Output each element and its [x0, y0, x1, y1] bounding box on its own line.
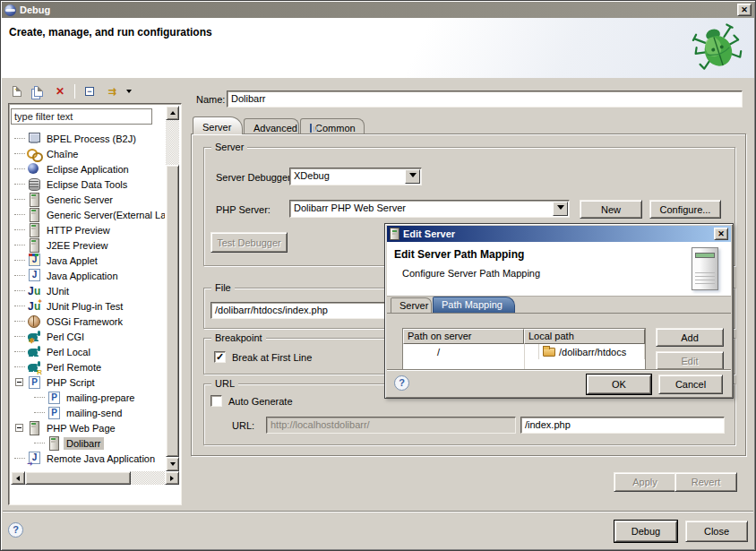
server-icon — [27, 193, 41, 206]
tree-item-label: Generic Server — [44, 194, 116, 206]
filter-icon: ⇉ — [107, 86, 114, 98]
tree-connector — [14, 260, 25, 261]
column-header-path-on-server[interactable]: Path on server — [403, 329, 524, 344]
tree-item-label: Dolibarr — [64, 437, 104, 450]
edit-server-close-button[interactable]: ✕ — [714, 228, 728, 240]
dialog-help-button[interactable]: ? — [394, 375, 409, 391]
new-configuration-icon: ✦ — [13, 86, 21, 97]
php-server-dropdown[interactable]: Dolibarr PHP Web Server — [289, 200, 570, 218]
filter-menu-button[interactable] — [124, 83, 134, 99]
url-path-input[interactable]: /index.php — [520, 417, 725, 434]
delete-configuration-button[interactable]: ✕ — [51, 83, 69, 99]
tree-item-perl-local[interactable]: Perl Local — [11, 344, 165, 359]
scroll-left-button[interactable] — [11, 471, 25, 485]
tree-item-generic-server-external-la[interactable]: Generic Server(External La — [11, 207, 165, 222]
tree-item-label: Eclipse Data Tools — [44, 178, 130, 191]
duplicate-configuration-button[interactable] — [30, 83, 47, 99]
dropdown-arrow-icon[interactable] — [553, 202, 568, 216]
tab-common-label: Common — [315, 123, 356, 133]
filter-configurations-button[interactable]: ⇉ — [102, 83, 120, 99]
auto-generate-checkbox[interactable] — [210, 395, 222, 407]
collapse-all-icon: − — [85, 87, 94, 96]
tree-item-http-preview[interactable]: HTTP Preview — [11, 222, 165, 237]
tab-server[interactable]: Server — [193, 116, 243, 134]
debug-button[interactable]: Debug — [614, 521, 677, 542]
tree-connector — [14, 275, 25, 276]
collapse-expander-icon[interactable] — [15, 424, 23, 432]
tree-item-perl-remote[interactable]: RPerl Remote — [11, 359, 165, 375]
eclipse-logo-icon — [4, 4, 16, 16]
file-group-title: File — [211, 282, 235, 293]
tree-item-php-web-page[interactable]: PHP Web Page — [11, 420, 165, 435]
apply-button[interactable]: Apply — [614, 472, 676, 492]
tree-item-mailing-send[interactable]: mailing-send — [11, 405, 165, 420]
revert-button[interactable]: Revert — [674, 472, 737, 492]
edit-server-titlebar[interactable]: Edit Server ✕ — [387, 226, 731, 242]
tree-item-mailing-prepare[interactable]: mailing-prepare — [11, 390, 165, 405]
tree-item-junit-plug-in-test[interactable]: ✦JUnit Plug-in Test — [11, 298, 165, 314]
tree-connector — [14, 321, 25, 322]
edit-mapping-button[interactable]: Edit — [656, 351, 724, 369]
collapse-expander-icon[interactable] — [15, 378, 23, 386]
dialog-tab-server[interactable]: Server — [391, 297, 432, 313]
window-close-button[interactable]: ✕ — [737, 4, 752, 16]
break-at-first-line-checkbox[interactable] — [214, 351, 226, 363]
tree-item-cha-ne[interactable]: Chaîne — [11, 146, 165, 161]
breakpoint-group-title: Breakpoint — [211, 332, 266, 343]
tree-item-generic-server[interactable]: Generic Server — [11, 192, 165, 207]
tree-connector — [14, 290, 25, 291]
dialog-tab-path-mapping-label: Path Mapping — [442, 299, 503, 310]
edit-server-header: Edit Server Path Mapping Configure Serve… — [387, 242, 731, 297]
dialog-tab-path-mapping[interactable]: Path Mapping — [433, 297, 515, 313]
scroll-right-button[interactable] — [165, 471, 179, 485]
tree-item-bpel-process-b2j[interactable]: BPEL Process (B2J) — [11, 131, 165, 146]
cancel-button[interactable]: Cancel — [658, 375, 723, 394]
tree-connector — [14, 229, 25, 230]
scroll-down-icon — [170, 462, 176, 469]
help-button[interactable]: ? — [8, 522, 23, 538]
scroll-thumb-h[interactable] — [25, 471, 131, 485]
server-icon — [27, 223, 41, 237]
tree-item-junit[interactable]: JUnit — [11, 283, 165, 298]
window-titlebar[interactable]: Debug ✕ — [2, 2, 754, 18]
tree-item-label: BPEL Process (B2J) — [44, 133, 139, 145]
server-debugger-dropdown[interactable]: XDebug — [289, 168, 422, 185]
dropdown-arrow-icon[interactable] — [405, 169, 420, 184]
collapse-all-button[interactable]: − — [81, 83, 99, 99]
name-input[interactable]: Dolibarr — [227, 90, 743, 108]
configurations-toolbar: ✦ ✕ − ⇉ — [8, 82, 134, 100]
php-server-value: Dolibarr PHP Web Server — [294, 202, 551, 213]
tree-item-perl-cgi[interactable]: ✱Perl CGI — [11, 329, 165, 344]
tree-item-java-application[interactable]: Java Application — [11, 268, 165, 283]
tree-item-eclipse-application[interactable]: Eclipse Application — [11, 161, 165, 176]
tree-item-label: Java Applet — [44, 254, 100, 267]
tab-common[interactable]: Common — [300, 118, 365, 134]
test-debugger-button[interactable]: Test Debugger — [210, 232, 288, 253]
server-debugger-value: XDebug — [294, 170, 403, 181]
tab-advanced[interactable]: Advanced — [244, 118, 299, 134]
new-server-button[interactable]: New — [580, 200, 642, 219]
add-mapping-button[interactable]: Add — [656, 328, 724, 347]
new-configuration-button[interactable]: ✦ — [8, 83, 26, 99]
column-header-local-path[interactable]: Local path — [524, 329, 645, 344]
path-mapping-table[interactable]: Path on server Local path //dolibarr/htd… — [402, 328, 646, 369]
filter-input[interactable] — [11, 108, 152, 125]
path-mapping-content: Path on server Local path //dolibarr/htd… — [387, 314, 731, 369]
tree-connector — [34, 397, 45, 398]
tree-item-j2ee-preview[interactable]: J2EE Preview — [11, 237, 165, 253]
scroll-thumb[interactable] — [166, 165, 179, 457]
tree-item-java-applet[interactable]: Java Applet — [11, 253, 165, 268]
ok-button[interactable]: OK — [587, 375, 651, 394]
configure-server-button[interactable]: Configure... — [649, 200, 721, 219]
tree-item-remote-java-application[interactable]: Remote Java Application — [11, 451, 165, 466]
tree-item-osgi-framework[interactable]: OSGi Framework — [11, 314, 165, 329]
scroll-down-button[interactable] — [166, 457, 179, 471]
close-button[interactable]: Close — [685, 521, 748, 542]
scroll-up-button[interactable] — [166, 106, 179, 120]
database-icon — [27, 177, 41, 191]
tree-item-eclipse-data-tools[interactable]: Eclipse Data Tools — [11, 176, 165, 192]
tree-item-label: Chaîne — [44, 148, 81, 160]
tree-item-php-script[interactable]: PHP Script — [11, 375, 165, 390]
tree-item-dolibarr[interactable]: Dolibarr — [11, 435, 165, 451]
tree-item-label: Perl Local — [44, 346, 93, 358]
